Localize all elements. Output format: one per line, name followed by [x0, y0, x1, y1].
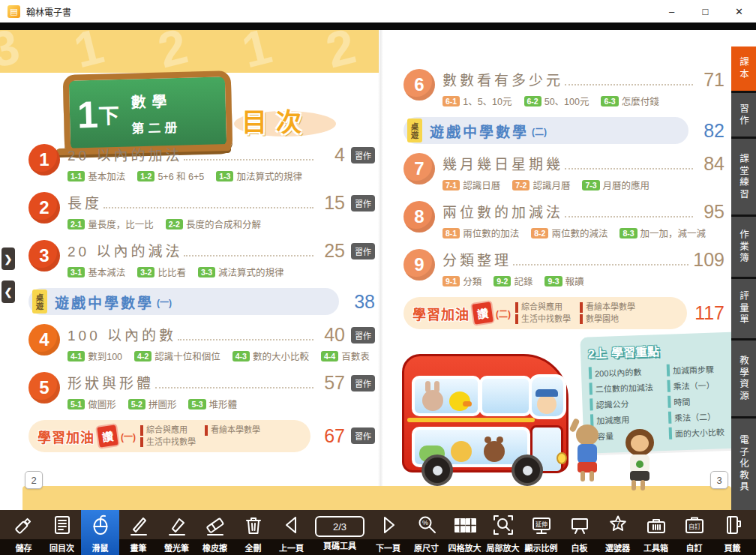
section-number-badge: 4-1: [68, 351, 85, 362]
workbook-badge[interactable]: 習作: [351, 327, 375, 344]
tool-custom[interactable]: 自訂自訂: [675, 510, 713, 555]
tool-mouse[interactable]: 滑鼠: [81, 510, 119, 555]
toc-section[interactable]: 5-3堆形體: [188, 397, 237, 411]
tool-whiteboard[interactable]: 白板: [560, 510, 598, 555]
toc-section[interactable]: 9-1分類: [442, 274, 482, 288]
toc-section[interactable]: 4-4百數表: [321, 349, 370, 363]
workbook-badge[interactable]: 習作: [351, 428, 375, 444]
toc-section[interactable]: 2-2長度的合成和分解: [166, 217, 261, 231]
toc-boardgame[interactable]: 桌遊遊戲中學數學(一)38: [28, 288, 375, 315]
toc-chapter-7[interactable]: 7幾月幾日星期幾847-1認識日曆7-2認識月曆7-3月曆的應用: [404, 153, 724, 192]
tool-trash[interactable]: 全刪: [234, 510, 272, 555]
tool-origsize[interactable]: %原尺寸: [407, 510, 446, 555]
toc-chapter-8[interactable]: 8兩位數的加減法958-1兩位數的加法8-2兩位數的減法8-3加一加，減一減: [404, 201, 724, 240]
workbook-badge[interactable]: 習作: [351, 243, 375, 260]
chapter-number-badge: 9: [404, 249, 435, 280]
section-label: 數到100: [88, 349, 122, 363]
tool-label: 自訂: [686, 539, 703, 555]
toc-section[interactable]: 7-3月曆的應用: [582, 178, 650, 192]
toc-review[interactable]: 學習加油讚(二)綜合與應用看繪本學數學生活中找數學數學園地117: [404, 297, 724, 329]
sidebar-tab-2[interactable]: 習作: [731, 93, 756, 137]
toc-section[interactable]: 9-2記錄: [494, 274, 532, 288]
boardgame-tag: 桌遊: [32, 290, 47, 314]
section-label: 記錄: [514, 274, 532, 288]
minimize-button[interactable]: –: [655, 0, 688, 22]
sidebar-tab-6[interactable]: 教學資源: [731, 340, 756, 416]
toc-section[interactable]: 3-3減法算式的規律: [198, 265, 284, 279]
toc-section[interactable]: 4-3數的大小比較: [232, 349, 309, 363]
tool-pagebox[interactable]: 2/3頁碼工具: [310, 510, 369, 555]
toc-section[interactable]: 3-2比比看: [137, 265, 186, 279]
tool-label: 原尺寸: [414, 539, 439, 555]
tool-ratio[interactable]: 延伸顯示比例: [522, 510, 560, 555]
panel-expand-button[interactable]: ❯: [2, 248, 15, 270]
toc-section[interactable]: 3-1基本減法: [68, 265, 125, 279]
toc-section[interactable]: 6-11、5、10元: [442, 94, 512, 108]
tool-usb[interactable]: 儲存: [4, 510, 43, 555]
boardgame-page-number: 38: [348, 292, 375, 311]
toc-chapter-6[interactable]: 6數數看有多少元716-11、5、10元6-250、100元6-3怎麼付錢: [404, 69, 724, 108]
tool-picker[interactable]: 7選號器: [598, 510, 637, 555]
tool-fourgrid[interactable]: 四格放大: [446, 510, 484, 555]
section-label: 堆形體: [209, 397, 238, 411]
workbook-badge[interactable]: 習作: [351, 195, 375, 212]
tool-toolbox[interactable]: 工具箱: [637, 510, 675, 555]
toc-section[interactable]: 5-1做圖形: [68, 397, 116, 411]
tool-next[interactable]: 下一頁: [369, 510, 407, 555]
toc-section[interactable]: 8-3加一加，減一減: [620, 226, 706, 240]
toc-section[interactable]: 8-2兩位數的減法: [531, 226, 608, 240]
toc-section[interactable]: 4-1數到100: [68, 349, 122, 363]
workbook-badge[interactable]: 習作: [351, 147, 375, 164]
toc-chapter-9[interactable]: 9分類整理1099-1分類9-2記錄9-3報讀: [404, 249, 724, 288]
bus-headlight: [556, 452, 567, 464]
panel-collapse-button[interactable]: ❮: [2, 280, 15, 303]
toc-section[interactable]: 1-25+6 和 6+5: [137, 169, 204, 183]
toc-section[interactable]: 6-3怎麼付錢: [601, 94, 658, 108]
page-indicator[interactable]: 2/3: [315, 516, 364, 537]
workbook-badge[interactable]: 習作: [351, 375, 375, 392]
svg-text:7: 7: [616, 520, 620, 529]
sidebar-tab-4[interactable]: 作業簿: [731, 217, 756, 277]
section-label: 5+6 和 6+5: [158, 169, 204, 183]
toc-section[interactable]: 7-2認識月曆: [512, 178, 570, 192]
window-controls: – □ ✕: [655, 0, 756, 22]
sidebar-tab-5[interactable]: 評量單: [731, 279, 756, 339]
toc-boardgame[interactable]: 桌遊遊戲中學數學(二)82: [404, 117, 724, 144]
tool-prev[interactable]: 上一頁: [272, 510, 310, 555]
toc-section[interactable]: 6-250、100元: [524, 94, 590, 108]
toc-chapter-4[interactable]: 4100 以內的數40習作4-1數到1004-2認識十位和個位4-3數的大小比較…: [28, 324, 375, 363]
svg-text:%: %: [422, 519, 428, 526]
toc-section[interactable]: 9-3報讀: [544, 274, 584, 288]
tool-highlighter[interactable]: 螢光筆: [158, 510, 196, 555]
toc-icon: [51, 511, 74, 539]
toc-title: 目次: [242, 102, 310, 139]
toc-review[interactable]: 學習加油讚(一)綜合與應用看繪本學數學生活中找數學67習作: [28, 420, 375, 452]
toc-section[interactable]: 5-2拼圖形: [128, 397, 177, 411]
tool-label: 上一頁: [279, 539, 304, 555]
page-corner-label-left[interactable]: 2: [25, 471, 43, 489]
sidebar-tab-7[interactable]: 電子化教具: [731, 418, 756, 510]
tool-toc[interactable]: 回目次: [43, 510, 81, 555]
toc-chapter-2[interactable]: 2長度15習作2-1量長度，比一比2-2長度的合成和分解: [28, 192, 375, 231]
tool-zoomarea[interactable]: 局部放大: [484, 510, 522, 555]
tool-tabs[interactable]: 頁籤: [713, 510, 752, 555]
toc-section[interactable]: 1-1基本加法: [68, 169, 125, 183]
toc-section[interactable]: 8-1兩位數的加法: [442, 226, 519, 240]
pen-icon: [128, 511, 150, 539]
toc-section[interactable]: 2-1量長度，比一比: [68, 217, 154, 231]
maximize-button[interactable]: □: [688, 0, 722, 22]
tool-pen[interactable]: 畫筆: [119, 510, 158, 555]
toc-chapter-1[interactable]: 120 以內的加法4習作1-1基本加法1-25+6 和 6+51-3加法算式的規…: [28, 144, 375, 183]
close-button[interactable]: ✕: [722, 0, 756, 22]
tool-label: 局部放大: [487, 539, 520, 555]
toc-chapter-5[interactable]: 5形狀與形體57習作5-1做圖形5-2拼圖形5-3堆形體: [28, 372, 375, 411]
toc-chapter-3[interactable]: 320 以內的減法25習作3-1基本減法3-2比比看3-3減法算式的規律: [28, 240, 375, 279]
toc-section[interactable]: 4-2認識十位和個位: [134, 349, 220, 363]
page-corner-label-right[interactable]: 3: [710, 471, 728, 489]
toc-section[interactable]: 1-3加法算式的規律: [216, 169, 302, 183]
dotted-leader: [513, 263, 688, 266]
sidebar-tab-3[interactable]: 課堂練習: [731, 139, 756, 214]
toc-section[interactable]: 7-1認識日曆: [442, 178, 500, 192]
sidebar-tab-1[interactable]: 課本: [731, 46, 756, 91]
tool-eraser[interactable]: 橡皮擦: [196, 510, 234, 555]
